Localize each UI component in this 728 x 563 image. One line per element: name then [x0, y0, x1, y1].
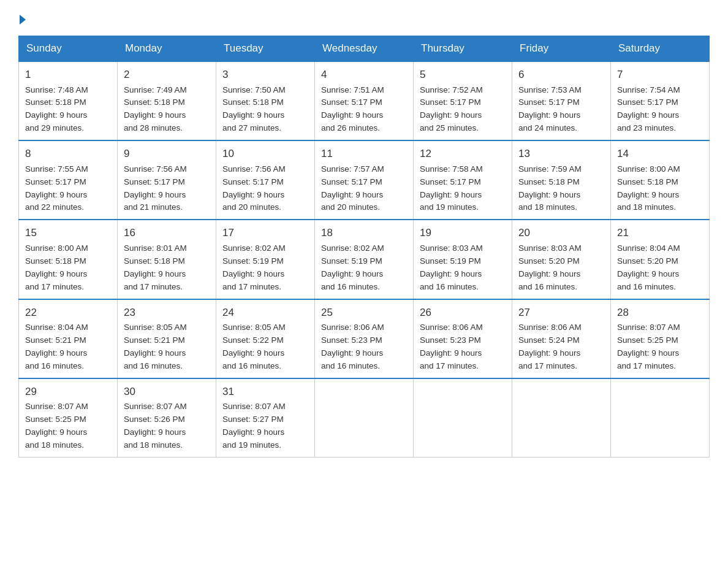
calendar-cell: 12 Sunrise: 7:58 AM Sunset: 5:17 PM Dayl…	[414, 140, 512, 220]
weekday-header-wednesday: Wednesday	[315, 36, 414, 62]
calendar-cell: 4 Sunrise: 7:51 AM Sunset: 5:17 PM Dayli…	[315, 61, 414, 140]
calendar-cell: 14 Sunrise: 8:00 AM Sunset: 5:18 PM Dayl…	[611, 140, 710, 220]
day-info: Sunrise: 7:51 AM Sunset: 5:17 PM Dayligh…	[321, 84, 407, 136]
day-number: 7	[617, 67, 703, 83]
day-info: Sunrise: 7:54 AM Sunset: 5:17 PM Dayligh…	[617, 84, 703, 136]
day-info: Sunrise: 7:55 AM Sunset: 5:17 PM Dayligh…	[25, 163, 111, 215]
calendar-cell	[611, 378, 710, 458]
day-info: Sunrise: 7:59 AM Sunset: 5:18 PM Dayligh…	[518, 163, 604, 215]
day-number: 25	[321, 305, 407, 321]
day-number: 23	[124, 305, 210, 321]
day-number: 8	[25, 146, 111, 162]
day-number: 22	[25, 305, 111, 321]
calendar-cell: 31 Sunrise: 8:07 AM Sunset: 5:27 PM Dayl…	[216, 378, 315, 458]
calendar-cell	[414, 378, 512, 458]
day-info: Sunrise: 8:05 AM Sunset: 5:21 PM Dayligh…	[124, 321, 210, 373]
day-info: Sunrise: 7:53 AM Sunset: 5:17 PM Dayligh…	[518, 84, 604, 136]
calendar-cell: 17 Sunrise: 8:02 AM Sunset: 5:19 PM Dayl…	[216, 220, 315, 299]
day-number: 26	[420, 305, 506, 321]
calendar-cell: 18 Sunrise: 8:02 AM Sunset: 5:19 PM Dayl…	[315, 220, 414, 299]
weekday-header-saturday: Saturday	[611, 36, 710, 62]
calendar-cell: 22 Sunrise: 8:04 AM Sunset: 5:21 PM Dayl…	[19, 299, 118, 378]
calendar-cell: 3 Sunrise: 7:50 AM Sunset: 5:18 PM Dayli…	[216, 61, 315, 140]
day-number: 20	[518, 225, 604, 241]
calendar-cell: 26 Sunrise: 8:06 AM Sunset: 5:23 PM Dayl…	[414, 299, 512, 378]
day-number: 2	[124, 67, 210, 83]
calendar-cell: 23 Sunrise: 8:05 AM Sunset: 5:21 PM Dayl…	[118, 299, 216, 378]
calendar-cell: 24 Sunrise: 8:05 AM Sunset: 5:22 PM Dayl…	[216, 299, 315, 378]
calendar-cell: 2 Sunrise: 7:49 AM Sunset: 5:18 PM Dayli…	[118, 61, 216, 140]
day-info: Sunrise: 8:02 AM Sunset: 5:19 PM Dayligh…	[321, 242, 407, 294]
calendar-cell: 9 Sunrise: 7:56 AM Sunset: 5:17 PM Dayli…	[118, 140, 216, 220]
day-number: 13	[518, 146, 604, 162]
day-info: Sunrise: 7:52 AM Sunset: 5:17 PM Dayligh…	[420, 84, 506, 136]
calendar-cell: 21 Sunrise: 8:04 AM Sunset: 5:20 PM Dayl…	[611, 220, 710, 299]
day-number: 5	[420, 67, 506, 83]
day-number: 18	[321, 225, 407, 241]
calendar-cell: 25 Sunrise: 8:06 AM Sunset: 5:23 PM Dayl…	[315, 299, 414, 378]
calendar-cell: 10 Sunrise: 7:56 AM Sunset: 5:17 PM Dayl…	[216, 140, 315, 220]
calendar-cell: 28 Sunrise: 8:07 AM Sunset: 5:25 PM Dayl…	[611, 299, 710, 378]
calendar-cell: 30 Sunrise: 8:07 AM Sunset: 5:26 PM Dayl…	[118, 378, 216, 458]
calendar-cell: 29 Sunrise: 8:07 AM Sunset: 5:25 PM Dayl…	[19, 378, 118, 458]
logo-arrow-icon	[20, 15, 26, 25]
day-number: 21	[617, 225, 703, 241]
logo	[18, 12, 26, 25]
day-info: Sunrise: 8:07 AM Sunset: 5:25 PM Dayligh…	[617, 321, 703, 373]
day-number: 27	[518, 305, 604, 321]
week-row-1: 1 Sunrise: 7:48 AM Sunset: 5:18 PM Dayli…	[19, 61, 710, 140]
day-number: 28	[617, 305, 703, 321]
day-info: Sunrise: 8:00 AM Sunset: 5:18 PM Dayligh…	[25, 242, 111, 294]
weekday-header-thursday: Thursday	[414, 36, 512, 62]
day-number: 1	[25, 67, 111, 83]
day-info: Sunrise: 7:56 AM Sunset: 5:17 PM Dayligh…	[124, 163, 210, 215]
day-info: Sunrise: 7:56 AM Sunset: 5:17 PM Dayligh…	[222, 163, 308, 215]
day-info: Sunrise: 8:06 AM Sunset: 5:24 PM Dayligh…	[518, 321, 604, 373]
day-number: 4	[321, 67, 407, 83]
weekday-header-tuesday: Tuesday	[216, 36, 315, 62]
week-row-4: 22 Sunrise: 8:04 AM Sunset: 5:21 PM Dayl…	[19, 299, 710, 378]
calendar-table: SundayMondayTuesdayWednesdayThursdayFrid…	[18, 36, 710, 458]
day-number: 11	[321, 146, 407, 162]
day-info: Sunrise: 7:49 AM Sunset: 5:18 PM Dayligh…	[124, 84, 210, 136]
day-number: 14	[617, 146, 703, 162]
week-row-5: 29 Sunrise: 8:07 AM Sunset: 5:25 PM Dayl…	[19, 378, 710, 458]
day-number: 17	[222, 225, 308, 241]
day-info: Sunrise: 8:07 AM Sunset: 5:25 PM Dayligh…	[25, 400, 111, 452]
calendar-cell: 6 Sunrise: 7:53 AM Sunset: 5:17 PM Dayli…	[512, 61, 611, 140]
weekday-header-row: SundayMondayTuesdayWednesdayThursdayFrid…	[19, 36, 710, 62]
calendar-cell	[512, 378, 611, 458]
day-info: Sunrise: 8:02 AM Sunset: 5:19 PM Dayligh…	[222, 242, 308, 294]
page-header	[18, 12, 710, 25]
day-number: 10	[222, 146, 308, 162]
day-info: Sunrise: 8:06 AM Sunset: 5:23 PM Dayligh…	[420, 321, 506, 373]
day-number: 29	[25, 384, 111, 400]
day-info: Sunrise: 8:05 AM Sunset: 5:22 PM Dayligh…	[222, 321, 308, 373]
calendar-cell: 13 Sunrise: 7:59 AM Sunset: 5:18 PM Dayl…	[512, 140, 611, 220]
calendar-cell: 8 Sunrise: 7:55 AM Sunset: 5:17 PM Dayli…	[19, 140, 118, 220]
calendar-cell: 11 Sunrise: 7:57 AM Sunset: 5:17 PM Dayl…	[315, 140, 414, 220]
day-number: 16	[124, 225, 210, 241]
day-number: 31	[222, 384, 308, 400]
day-number: 9	[124, 146, 210, 162]
day-info: Sunrise: 7:58 AM Sunset: 5:17 PM Dayligh…	[420, 163, 506, 215]
calendar-cell: 1 Sunrise: 7:48 AM Sunset: 5:18 PM Dayli…	[19, 61, 118, 140]
day-info: Sunrise: 8:04 AM Sunset: 5:21 PM Dayligh…	[25, 321, 111, 373]
day-info: Sunrise: 7:48 AM Sunset: 5:18 PM Dayligh…	[25, 84, 111, 136]
calendar-cell	[315, 378, 414, 458]
day-number: 24	[222, 305, 308, 321]
calendar-cell: 16 Sunrise: 8:01 AM Sunset: 5:18 PM Dayl…	[118, 220, 216, 299]
calendar-cell: 20 Sunrise: 8:03 AM Sunset: 5:20 PM Dayl…	[512, 220, 611, 299]
weekday-header-sunday: Sunday	[19, 36, 118, 62]
day-number: 6	[518, 67, 604, 83]
day-info: Sunrise: 8:07 AM Sunset: 5:26 PM Dayligh…	[124, 400, 210, 452]
week-row-2: 8 Sunrise: 7:55 AM Sunset: 5:17 PM Dayli…	[19, 140, 710, 220]
day-info: Sunrise: 8:07 AM Sunset: 5:27 PM Dayligh…	[222, 400, 308, 452]
day-info: Sunrise: 8:01 AM Sunset: 5:18 PM Dayligh…	[124, 242, 210, 294]
week-row-3: 15 Sunrise: 8:00 AM Sunset: 5:18 PM Dayl…	[19, 220, 710, 299]
day-info: Sunrise: 8:00 AM Sunset: 5:18 PM Dayligh…	[617, 163, 703, 215]
day-info: Sunrise: 8:04 AM Sunset: 5:20 PM Dayligh…	[617, 242, 703, 294]
day-number: 15	[25, 225, 111, 241]
day-number: 3	[222, 67, 308, 83]
day-info: Sunrise: 7:50 AM Sunset: 5:18 PM Dayligh…	[222, 84, 308, 136]
